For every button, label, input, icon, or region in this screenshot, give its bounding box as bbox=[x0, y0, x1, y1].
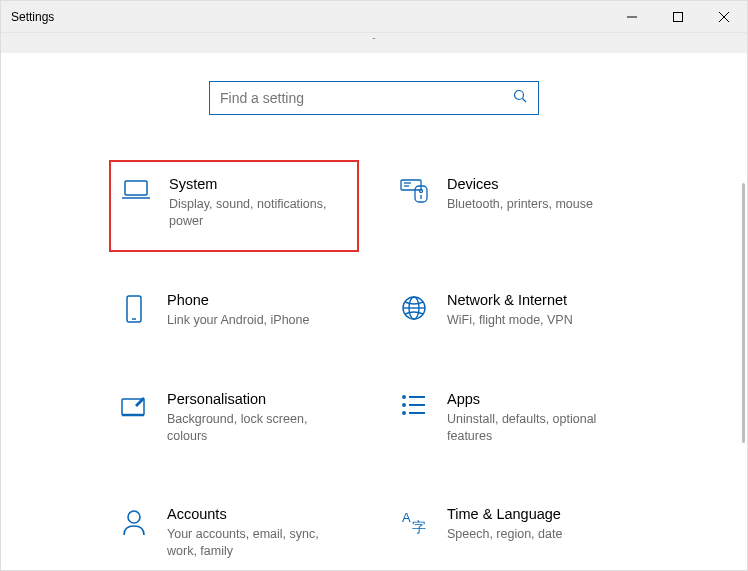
window-title: Settings bbox=[11, 10, 54, 24]
tile-desc: Link your Android, iPhone bbox=[167, 312, 309, 329]
content-area: System Display, sound, notifications, po… bbox=[1, 53, 747, 570]
tile-label: Network & Internet bbox=[447, 292, 573, 308]
svg-rect-14 bbox=[127, 296, 141, 322]
svg-point-12 bbox=[420, 190, 423, 193]
search-input[interactable] bbox=[220, 90, 513, 106]
settings-grid: System Display, sound, notifications, po… bbox=[1, 170, 747, 566]
svg-point-27 bbox=[128, 511, 140, 523]
tile-devices[interactable]: Devices Bluetooth, printers, mouse bbox=[389, 170, 639, 236]
svg-rect-8 bbox=[401, 180, 421, 190]
sub-toolbar: - bbox=[1, 33, 747, 53]
tile-label: System bbox=[169, 176, 339, 192]
window-controls bbox=[609, 1, 747, 32]
svg-point-4 bbox=[515, 90, 524, 99]
tile-personalisation[interactable]: Personalisation Background, lock screen,… bbox=[109, 385, 359, 451]
svg-text:A: A bbox=[402, 510, 411, 525]
minimize-button[interactable] bbox=[609, 1, 655, 32]
search-box[interactable] bbox=[209, 81, 539, 115]
tile-text: Devices Bluetooth, printers, mouse bbox=[447, 176, 593, 230]
maximize-button[interactable] bbox=[655, 1, 701, 32]
search-wrap bbox=[1, 81, 747, 115]
tile-desc: Display, sound, notifications, power bbox=[169, 196, 339, 230]
tile-desc: WiFi, flight mode, VPN bbox=[447, 312, 573, 329]
tile-text: Personalisation Background, lock screen,… bbox=[167, 391, 337, 445]
svg-point-21 bbox=[403, 396, 405, 398]
devices-icon bbox=[397, 176, 431, 230]
tile-accounts[interactable]: Accounts Your accounts, email, sync, wor… bbox=[109, 500, 359, 566]
tile-text: Network & Internet WiFi, flight mode, VP… bbox=[447, 292, 573, 329]
tile-desc: Background, lock screen, colours bbox=[167, 411, 337, 445]
tile-text: Phone Link your Android, iPhone bbox=[167, 292, 309, 329]
personalisation-icon bbox=[117, 391, 151, 445]
apps-icon bbox=[397, 391, 431, 445]
tile-text: System Display, sound, notifications, po… bbox=[169, 176, 339, 230]
language-icon: A字 bbox=[397, 506, 431, 560]
tile-desc: Bluetooth, printers, mouse bbox=[447, 196, 593, 213]
tile-time-language[interactable]: A字 Time & Language Speech, region, date bbox=[389, 500, 639, 566]
tile-label: Accounts bbox=[167, 506, 337, 522]
svg-rect-6 bbox=[125, 181, 147, 195]
svg-line-5 bbox=[523, 98, 527, 102]
tile-text: Apps Uninstall, defaults, optional featu… bbox=[447, 391, 617, 445]
search-icon bbox=[513, 89, 528, 108]
svg-point-25 bbox=[403, 412, 405, 414]
tile-desc: Uninstall, defaults, optional features bbox=[447, 411, 617, 445]
tile-label: Time & Language bbox=[447, 506, 562, 522]
tile-desc: Your accounts, email, sync, work, family bbox=[167, 526, 337, 560]
phone-icon bbox=[117, 292, 151, 329]
svg-text:字: 字 bbox=[412, 519, 426, 535]
tile-text: Time & Language Speech, region, date bbox=[447, 506, 562, 560]
tile-apps[interactable]: Apps Uninstall, defaults, optional featu… bbox=[389, 385, 639, 451]
tile-label: Devices bbox=[447, 176, 593, 192]
close-button[interactable] bbox=[701, 1, 747, 32]
svg-rect-1 bbox=[674, 12, 683, 21]
tile-desc: Speech, region, date bbox=[447, 526, 562, 543]
tile-label: Personalisation bbox=[167, 391, 337, 407]
tile-system[interactable]: System Display, sound, notifications, po… bbox=[109, 160, 359, 252]
globe-icon bbox=[397, 292, 431, 329]
laptop-icon bbox=[119, 176, 153, 230]
scrollbar[interactable] bbox=[742, 183, 745, 443]
tile-phone[interactable]: Phone Link your Android, iPhone bbox=[109, 286, 359, 335]
titlebar: Settings bbox=[1, 1, 747, 33]
tile-label: Phone bbox=[167, 292, 309, 308]
tile-label: Apps bbox=[447, 391, 617, 407]
accounts-icon bbox=[117, 506, 151, 560]
tile-text: Accounts Your accounts, email, sync, wor… bbox=[167, 506, 337, 560]
svg-point-23 bbox=[403, 404, 405, 406]
tile-network[interactable]: Network & Internet WiFi, flight mode, VP… bbox=[389, 286, 639, 335]
